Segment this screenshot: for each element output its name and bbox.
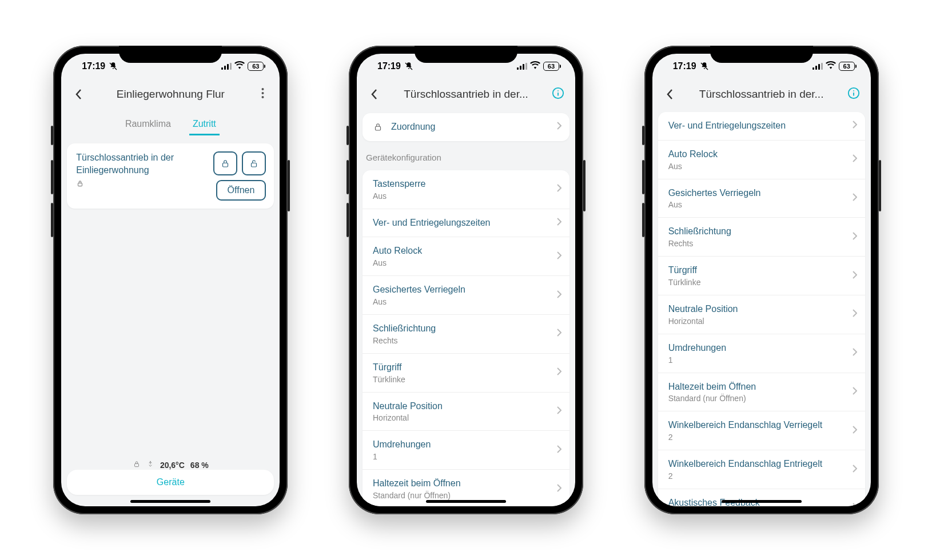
svg-point-2 xyxy=(261,92,264,94)
list-item-title: Winkelbereich Endanschlag Verriegelt xyxy=(668,419,853,431)
chevron-right-icon xyxy=(557,329,561,339)
back-button[interactable] xyxy=(659,84,680,105)
nav-header: Einliegerwohnung Flur xyxy=(61,79,280,110)
list-item[interactable]: TastensperreAus xyxy=(363,170,569,209)
chevron-right-icon xyxy=(557,290,561,301)
list-item[interactable]: Auto RelockAus xyxy=(658,141,865,179)
home-indicator[interactable] xyxy=(130,500,210,503)
list-item[interactable]: Umdrehungen1 xyxy=(363,431,569,470)
status-time: 17:19 xyxy=(377,61,401,71)
svg-point-16 xyxy=(853,90,854,91)
list-item-subtitle: 2 xyxy=(668,433,853,442)
list-item-subtitle: 2 xyxy=(668,471,853,481)
list-item[interactable]: Gesichertes VerriegelnAus xyxy=(658,179,865,218)
list-item[interactable]: Neutrale PositionHorizontal xyxy=(363,393,569,431)
svg-rect-6 xyxy=(252,163,257,167)
list-item-title: Winkelbereich Endanschlag Entriegelt xyxy=(668,458,853,470)
list-item-assignment[interactable]: Zuordnung xyxy=(363,113,569,141)
silent-icon xyxy=(700,62,709,71)
chevron-right-icon xyxy=(853,309,857,319)
tab-raumklima[interactable]: Raumklima xyxy=(122,114,174,135)
list-item-title: Türgriff xyxy=(668,265,853,277)
list-item[interactable]: Akustisches FeedbackAus xyxy=(658,489,865,506)
lock-button[interactable] xyxy=(213,151,237,175)
page-title: Türschlossantrieb in der... xyxy=(384,88,548,101)
room-status: 20,6°C 68 % xyxy=(67,460,274,470)
list-item[interactable]: TürgriffTürklinke xyxy=(658,257,865,295)
chevron-right-icon xyxy=(853,348,857,358)
svg-rect-12 xyxy=(375,127,380,131)
chevron-right-icon xyxy=(557,251,561,262)
tab-zutritt[interactable]: Zutritt xyxy=(189,114,220,135)
status-bar: 17:19 63 xyxy=(61,54,280,79)
status-bar: 17:19 63 xyxy=(652,54,871,79)
cellular-icon xyxy=(812,63,823,70)
home-indicator[interactable] xyxy=(426,500,506,503)
list-item-title: Gesichertes Verriegeln xyxy=(373,284,557,296)
list-item-title: Ver- und Entriegelungszeiten xyxy=(668,120,853,132)
battery-icon: 63 xyxy=(248,62,264,71)
wifi-icon xyxy=(234,61,245,71)
chevron-right-icon xyxy=(853,121,857,131)
battery-icon: 63 xyxy=(839,62,855,71)
list-item-title: Auto Relock xyxy=(668,149,853,161)
page-title: Türschlossantrieb in der... xyxy=(680,88,843,101)
chevron-right-icon xyxy=(557,218,561,228)
svg-point-1 xyxy=(261,88,264,90)
back-button[interactable] xyxy=(68,84,89,105)
list-item-subtitle: Standard (nur Öffnen) xyxy=(373,491,557,500)
list-item[interactable]: Haltezeit beim ÖffnenStandard (nur Öffne… xyxy=(658,373,865,412)
list-item-subtitle: Rechts xyxy=(668,239,853,248)
chevron-right-icon xyxy=(557,406,561,417)
info-button[interactable] xyxy=(548,84,568,105)
list-item[interactable]: SchließrichtungRechts xyxy=(363,315,569,354)
lock-status-icon xyxy=(133,460,141,470)
nav-header: Türschlossantrieb in der... xyxy=(652,79,871,110)
list-item-subtitle: Aus xyxy=(668,200,853,209)
back-button[interactable] xyxy=(364,84,384,105)
devices-button[interactable]: Geräte xyxy=(67,470,274,495)
chevron-right-icon xyxy=(853,271,857,281)
list-item[interactable]: Ver- und Entriegelungszeiten xyxy=(363,209,569,238)
cellular-icon xyxy=(517,63,527,70)
home-indicator[interactable] xyxy=(722,500,802,503)
svg-point-3 xyxy=(261,96,264,98)
list-item[interactable]: Umdrehungen1 xyxy=(658,334,865,373)
wifi-icon xyxy=(530,61,540,71)
chevron-right-icon xyxy=(557,122,561,132)
list-item-title: Umdrehungen xyxy=(373,439,557,451)
tabs: Raumklima Zutritt xyxy=(61,110,280,135)
list-item-title: Tastensperre xyxy=(373,178,557,190)
chevron-right-icon xyxy=(557,484,561,494)
temperature: 20,6°C xyxy=(160,461,185,470)
list-item[interactable]: Winkelbereich Endanschlag Entriegelt2 xyxy=(658,450,865,489)
list-item-title: Haltezeit beim Öffnen xyxy=(373,478,557,490)
chevron-right-icon xyxy=(853,503,857,506)
list-item[interactable]: Winkelbereich Endanschlag Verriegelt2 xyxy=(658,411,865,450)
list-item-title: Umdrehungen xyxy=(668,342,853,354)
silent-icon xyxy=(404,62,413,71)
list-item-title: Schließrichtung xyxy=(373,323,557,335)
chevron-right-icon xyxy=(853,193,857,203)
device-card[interactable]: Türschlossantrieb in der Einliegerwohnun… xyxy=(67,143,274,209)
info-button[interactable] xyxy=(843,84,864,105)
list-item-subtitle: Türklinke xyxy=(373,375,557,384)
svg-point-11 xyxy=(557,90,559,91)
unlock-button[interactable] xyxy=(242,151,266,175)
list-item[interactable]: Gesichertes VerriegelnAus xyxy=(363,276,569,315)
open-button[interactable]: Öffnen xyxy=(216,180,266,201)
chevron-right-icon xyxy=(557,367,561,378)
list-item-title: Ver- und Entriegelungszeiten xyxy=(373,217,557,229)
lock-icon xyxy=(373,122,383,132)
list-item-subtitle: Türklinke xyxy=(668,278,853,287)
chevron-right-icon xyxy=(853,426,857,436)
list-item[interactable]: Ver- und Entriegelungszeiten xyxy=(658,112,865,141)
list-item-title: Neutrale Position xyxy=(373,401,557,413)
list-item[interactable]: TürgriffTürklinke xyxy=(363,354,569,393)
more-menu-button[interactable] xyxy=(252,84,273,105)
list-item[interactable]: Neutrale PositionHorizontal xyxy=(658,295,865,334)
chevron-right-icon xyxy=(853,387,857,397)
list-item[interactable]: Auto RelockAus xyxy=(363,237,569,276)
list-item-title: Schließrichtung xyxy=(668,226,853,238)
list-item[interactable]: SchließrichtungRechts xyxy=(658,218,865,257)
